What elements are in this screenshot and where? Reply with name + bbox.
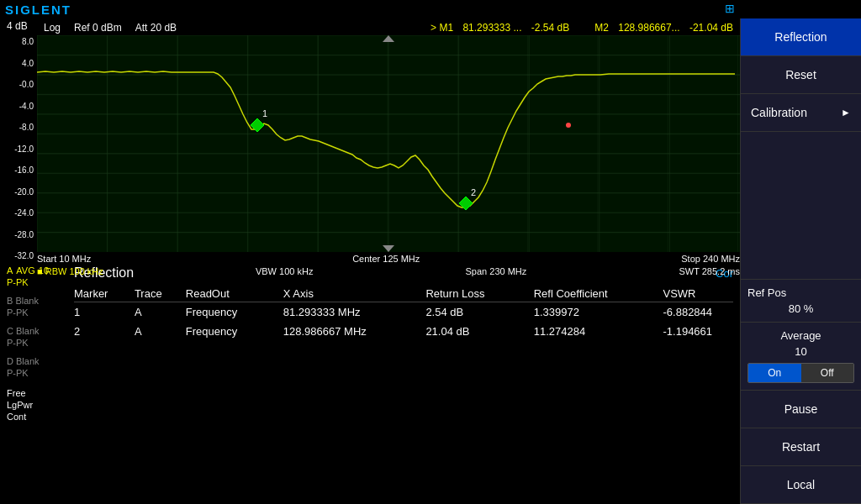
col-xaxis: X Axis — [283, 286, 426, 302]
toggle-off-button[interactable]: Off — [801, 364, 854, 382]
col-return-loss: Return Loss — [425, 286, 533, 302]
stop-freq: Stop 240 MHz — [681, 254, 740, 264]
ref-pos-label: Ref Pos — [747, 286, 854, 299]
marker-m2: M2 128.986667... -21.04 dB — [594, 22, 733, 34]
ref-label: Ref 0 dBm — [74, 22, 122, 34]
svg-text:1: 1 — [262, 108, 267, 118]
spectrum-svg: 1 2 — [37, 35, 740, 252]
calibration-button[interactable]: Calibration ► — [741, 94, 861, 132]
ref-marker — [566, 123, 571, 128]
span-param: Span 230 MHz — [466, 266, 527, 276]
rbw-param: ■ RBW 100 kHz — [37, 266, 103, 276]
reflection-table: Marker Trace ReadOut X Axis Return Loss … — [74, 286, 733, 341]
col-trace: Trace — [135, 286, 186, 302]
row2-vswr: -1.194661 — [663, 322, 734, 341]
chevron-right-icon: ► — [841, 107, 851, 118]
sweep-params-row: ■ RBW 100 kHz VBW 100 kHz Span 230 MHz S… — [37, 265, 740, 277]
restart-button[interactable]: Restart — [741, 428, 861, 466]
swt-param: SWT 285.2 ms — [679, 266, 740, 276]
table-row: 1 A Frequency 81.293333 MHz 2.54 dB 1.33… — [74, 302, 733, 323]
col-refl-coeff: Refl Coefficient — [534, 286, 663, 302]
pause-button[interactable]: Pause — [741, 391, 861, 428]
avg-toggle-group: On Off — [747, 363, 854, 383]
row1-marker: 1 — [74, 302, 135, 323]
row1-return-loss: 2.54 dB — [425, 302, 533, 323]
svg-text:2: 2 — [471, 187, 476, 197]
row1-vswr: -6.882844 — [663, 302, 734, 323]
row2-return-loss: 21.04 dB — [425, 322, 533, 341]
table-row: 2 A Frequency 128.986667 MHz 21.04 dB 11… — [74, 322, 733, 341]
average-title: Average — [747, 329, 854, 342]
row1-refl-coeff: 1.339972 — [534, 302, 663, 323]
freq-labels-row: Start 10 MHz Center 125 MHz Stop 240 MHz — [37, 252, 740, 265]
spectrum-chart: 1 2 Start 10 MHz — [37, 35, 740, 262]
ref-pos-section: Ref Pos 80 % — [741, 279, 861, 323]
center-freq: Center 125 MHz — [352, 254, 420, 264]
row1-trace: A — [135, 302, 186, 323]
row2-trace: A — [135, 322, 186, 341]
trace-labels: A AVG 10 P-PK B Blank P-PK C Blank P-PK … — [0, 262, 67, 504]
network-indicator: ⊞ — [725, 2, 735, 15]
log-label: Log — [44, 22, 61, 34]
col-marker: Marker — [74, 286, 135, 302]
start-freq: Start 10 MHz — [37, 254, 91, 264]
toggle-on-button[interactable]: On — [748, 364, 801, 382]
col-readout: ReadOut — [186, 286, 283, 302]
col-vswr: VSWR — [663, 286, 734, 302]
row2-readout: Frequency — [186, 322, 283, 341]
average-value: 10 — [747, 345, 854, 358]
reset-button[interactable]: Reset — [741, 56, 861, 94]
siglent-logo: SIGLENT — [5, 3, 71, 17]
row2-marker: 2 — [74, 322, 135, 341]
ref-pos-value: 80 % — [747, 302, 854, 315]
right-sidebar: Reflection Reset Calibration ► Ref Pos 8… — [740, 18, 861, 504]
scale-label: 4 dB — [7, 20, 28, 32]
reflection-panel: Reflection Cor Marker Trace ReadOut X Ax… — [67, 262, 740, 504]
average-section: Average 10 On Off — [741, 323, 861, 391]
local-button[interactable]: Local — [741, 466, 861, 504]
marker-m1: > M1 81.293333 ... -2.54 dB — [430, 22, 569, 34]
row2-refl-coeff: 11.274284 — [534, 322, 663, 341]
reflection-button[interactable]: Reflection — [741, 18, 861, 56]
row1-readout: Frequency — [186, 302, 283, 323]
row1-xaxis: 81.293333 MHz — [283, 302, 426, 323]
y-axis-labels: 8.0 4.0 -0.0 -4.0 -8.0 -12.0 -16.0 -20.0… — [0, 35, 37, 262]
att-label: Att 20 dB — [135, 22, 177, 34]
row2-xaxis: 128.986667 MHz — [283, 322, 426, 341]
vbw-param: VBW 100 kHz — [256, 266, 313, 276]
